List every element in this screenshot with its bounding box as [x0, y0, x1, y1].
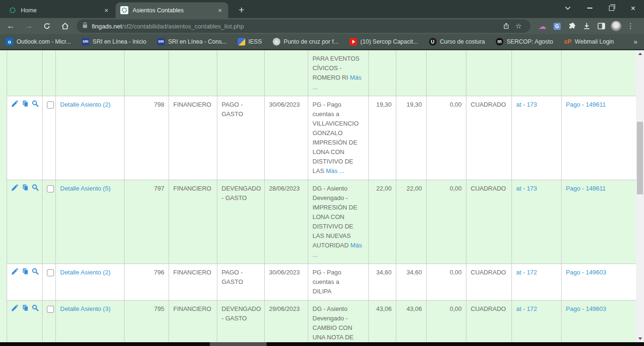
copy-icon[interactable]: [22, 100, 29, 110]
minimize-button[interactable]: [579, 0, 600, 16]
udemy-icon: U: [429, 38, 437, 46]
type-cell: PAGO - GASTO: [217, 264, 265, 300]
date-cell: 30/06/2023: [265, 96, 308, 180]
tab-home[interactable]: Home ×: [4, 2, 115, 18]
status-cell: CUADRADO: [466, 180, 512, 264]
date-cell: 28/06/2023: [265, 180, 308, 264]
bookmark-outlook[interactable]: o Outlook.com - Micr...: [6, 38, 71, 46]
view-icon[interactable]: [32, 304, 39, 314]
status-cell: CUADRADO: [466, 300, 512, 346]
status-cell: CUADRADO: [466, 96, 512, 180]
tab-search-chevron-icon[interactable]: [557, 0, 579, 16]
table-row: Detalle Asiento (2) 798 FINANCIERO PAGO …: [7, 96, 637, 180]
cross-stitch-icon: ✕: [273, 38, 280, 46]
cloud-extension-icon[interactable]: ☁: [535, 19, 550, 33]
payment-link[interactable]: Pago - 149611: [566, 101, 606, 108]
sri-icon: SRI: [157, 38, 165, 46]
view-icon[interactable]: [32, 268, 39, 278]
download-icon[interactable]: [579, 19, 594, 33]
tab-asientos-contables[interactable]: Asientos Contables ×: [116, 2, 228, 18]
table-row: Detalle Asiento (3) 795 FINANCIERO DEVEN…: [7, 300, 637, 346]
url-text: fingads.net/sf2/contabilidad/asientos_co…: [92, 23, 244, 30]
share-icon[interactable]: [500, 23, 512, 29]
difference-cell: 0,00: [427, 180, 466, 264]
row-checkbox[interactable]: [47, 101, 54, 109]
edit-icon[interactable]: [11, 304, 18, 314]
detail-link[interactable]: Detalle Asiento (2): [60, 269, 110, 276]
description-cell: DG - AsientoDevengado -CAMBIO CONUNA NOT…: [308, 300, 369, 346]
description-cell: PARA EVENTOSCÍVICOS -ROMERO RI Más ...: [308, 50, 369, 96]
menu-kebab-icon[interactable]: ⋮: [623, 19, 638, 33]
restore-button[interactable]: [600, 0, 622, 16]
bookmark-sercop-youtube[interactable]: (10) Sercop Capacit...: [349, 38, 418, 46]
copy-icon[interactable]: [22, 184, 29, 194]
scroll-up-icon[interactable]: [636, 50, 644, 57]
translate-icon[interactable]: G: [550, 19, 564, 33]
sri-icon: SRI: [82, 38, 89, 46]
profile-avatar[interactable]: [608, 19, 623, 33]
row-actions: [7, 264, 43, 300]
at-link[interactable]: at - 172: [516, 305, 537, 312]
back-icon[interactable]: ←: [2, 19, 20, 33]
vertical-scrollbar-thumb[interactable]: [637, 122, 643, 194]
scroll-down-icon[interactable]: [636, 335, 644, 342]
row-actions: [7, 96, 43, 180]
description-text: PG - Pagocuentas aVILLAVICENCIOGONZALOIM…: [313, 100, 364, 174]
bookmark-curso-costura[interactable]: U Curso de costura: [429, 38, 485, 46]
close-button[interactable]: ×: [622, 0, 644, 16]
outlook-icon: o: [6, 38, 13, 46]
row-actions: [7, 300, 43, 346]
credit-cell: 22,00: [396, 180, 427, 264]
edit-icon[interactable]: [11, 268, 18, 278]
fingads-favicon: [120, 6, 128, 14]
bookmark-sercop-agosto[interactable]: m SERCOP: Agosto: [496, 38, 553, 46]
reload-icon[interactable]: [38, 19, 56, 33]
bookmark-iess[interactable]: IESS: [238, 38, 262, 46]
copy-icon[interactable]: [22, 304, 29, 314]
tab-close-icon[interactable]: ×: [103, 6, 110, 14]
copy-icon[interactable]: [22, 268, 29, 278]
row-checkbox[interactable]: [47, 306, 54, 313]
at-link[interactable]: at - 172: [516, 269, 537, 276]
more-link[interactable]: Más ...: [326, 167, 344, 174]
bookmark-sri-consultas[interactable]: SRI SRI en Línea - Cons...: [157, 38, 227, 46]
bookmark-punto-de-cruz[interactable]: ✕ Punto de cruz por f...: [273, 38, 339, 46]
row-checkbox[interactable]: [47, 269, 54, 276]
new-tab-button[interactable]: +: [235, 4, 248, 17]
forward-icon[interactable]: →: [20, 19, 38, 33]
at-link[interactable]: at - 173: [516, 101, 537, 108]
view-icon[interactable]: [32, 100, 39, 110]
payment-link[interactable]: Pago - 149603: [566, 269, 606, 276]
entry-number: 798: [125, 96, 169, 180]
edit-icon[interactable]: [11, 184, 18, 194]
difference-cell: 0,00: [427, 264, 466, 300]
type-cell: DEVENGADO - GASTO: [217, 300, 265, 346]
bookmark-webmail-login[interactable]: cP Webmail Login: [564, 38, 614, 46]
bookmarks-overflow-chevron[interactable]: »: [634, 38, 637, 46]
home-icon[interactable]: [56, 19, 74, 33]
tab-close-icon[interactable]: ×: [216, 6, 224, 14]
horizontal-scrollbar-thumb[interactable]: [210, 342, 267, 346]
vertical-scrollbar[interactable]: [636, 50, 644, 346]
payment-link[interactable]: Pago - 149603: [566, 305, 606, 312]
detail-link[interactable]: Detalle Asiento (2): [60, 101, 110, 108]
moodle-icon: m: [496, 38, 503, 46]
tab-title: Asientos Contables: [133, 7, 216, 14]
view-icon[interactable]: [32, 184, 39, 194]
tab-title: Home: [21, 7, 103, 14]
detail-link[interactable]: Detalle Asiento (5): [60, 185, 110, 192]
row-checkbox[interactable]: [47, 185, 54, 192]
detail-link[interactable]: Detalle Asiento (3): [60, 305, 110, 312]
payment-link[interactable]: Pago - 149611: [566, 185, 606, 192]
at-link[interactable]: at - 173: [516, 185, 537, 192]
bookmark-star-icon[interactable]: ☆: [512, 22, 525, 30]
lock-icon: [82, 22, 88, 30]
type-cell: DEVENGADO - GASTO: [217, 180, 265, 264]
bookmarks-bar: o Outlook.com - Micr... SRI SRI en Línea…: [0, 34, 644, 50]
extensions-puzzle-icon[interactable]: [564, 19, 579, 33]
tab-strip: Home × Asientos Contables × + ×: [0, 0, 644, 18]
edit-icon[interactable]: [11, 100, 18, 110]
side-panel-icon[interactable]: [594, 19, 608, 33]
bookmark-sri-inicio[interactable]: SRI SRI en Línea - Inicio: [82, 38, 146, 46]
address-bar[interactable]: fingads.net/sf2/contabilidad/asientos_co…: [77, 19, 530, 33]
